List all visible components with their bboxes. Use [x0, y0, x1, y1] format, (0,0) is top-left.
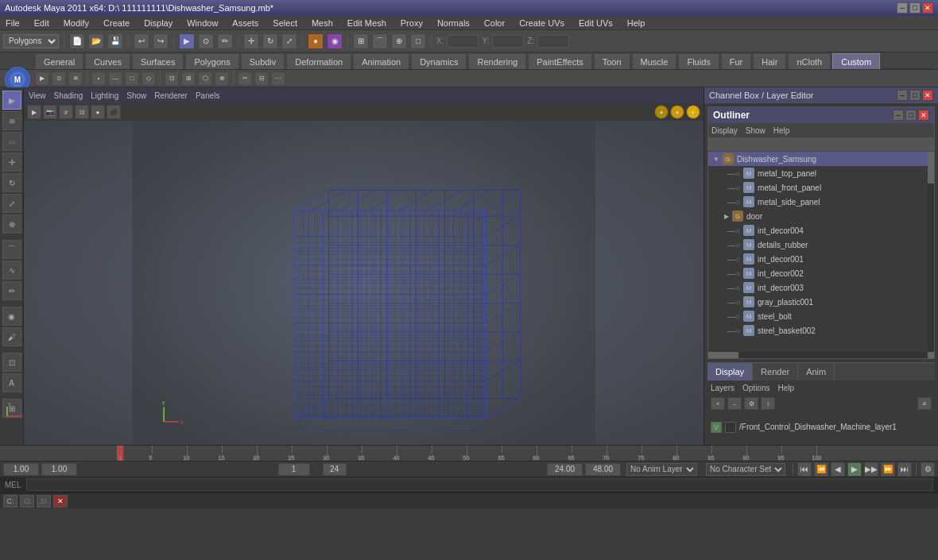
tab-fur[interactable]: Fur — [721, 53, 752, 69]
menu-edit[interactable]: Edit — [32, 18, 52, 28]
move-btn[interactable]: ✛ — [243, 33, 259, 49]
forward-btn[interactable]: ▶▶ — [864, 462, 878, 477]
vp-menu-view[interactable]: View — [29, 91, 46, 100]
vp-menu-show[interactable]: Show — [126, 91, 146, 100]
outliner-item-int-decor004[interactable]: —○ M int_decor004 — [708, 223, 934, 238]
undo-btn[interactable]: ↩ — [134, 33, 149, 49]
outliner-show-menu[interactable]: Show — [746, 126, 766, 135]
lasso-tool-btn[interactable]: ≋ — [68, 71, 83, 86]
tab-curves[interactable]: Curves — [85, 53, 130, 69]
tab-subdiv[interactable]: Subdiv — [241, 53, 285, 69]
tab-fluids[interactable]: Fluids — [678, 53, 719, 69]
split-poly-btn[interactable]: ✂ — [238, 71, 252, 86]
menu-create-uvs[interactable]: Create UVs — [517, 18, 567, 28]
cb-minimize[interactable]: – — [897, 90, 908, 101]
anim-settings-btn[interactable]: ⚙ — [921, 462, 935, 477]
maximize-button[interactable]: □ — [909, 2, 921, 14]
step-forward-btn[interactable]: ⏩ — [881, 462, 895, 477]
vp-light2[interactable]: ● — [670, 105, 684, 119]
insert-edge-btn[interactable]: ⊟ — [254, 71, 269, 86]
select-tool[interactable]: ▶ — [2, 91, 21, 110]
layer-attr-btn[interactable]: ⚙ — [744, 397, 758, 410]
vertex-mode-btn[interactable]: • — [91, 71, 106, 86]
hscroll-thumb[interactable] — [715, 352, 738, 358]
tab-polygons[interactable]: Polygons — [185, 53, 238, 69]
layer-tab-display[interactable]: Display — [707, 363, 753, 380]
menu-window[interactable]: Window — [184, 18, 220, 28]
menu-create[interactable]: Create — [101, 18, 132, 28]
measure-tool[interactable]: ⊡ — [2, 353, 21, 372]
y-input[interactable] — [492, 35, 524, 48]
tab-muscle[interactable]: Muscle — [632, 53, 677, 69]
char-set-select[interactable]: No Character Set — [706, 463, 785, 476]
curve-tool[interactable]: ⌒ — [2, 240, 21, 259]
lasso-tool[interactable]: ⌓ — [2, 132, 21, 151]
tab-deformation[interactable]: Deformation — [286, 53, 351, 69]
ipr-btn[interactable]: ◉ — [327, 33, 343, 49]
vp-wire-btn[interactable]: ⊡ — [75, 105, 89, 119]
snap-curve-btn[interactable]: ⌒ — [372, 33, 388, 49]
layer-subtab-options[interactable]: Options — [742, 384, 769, 392]
outliner-item-int-decor003[interactable]: —○ M int_decor003 — [708, 280, 934, 295]
x-input[interactable] — [447, 35, 479, 48]
new-scene-btn[interactable]: 📄 — [69, 33, 85, 49]
outliner-item-dishwasher[interactable]: ▼ G Dishwasher_Samsung — [708, 152, 934, 166]
outliner-close[interactable]: ✕ — [918, 110, 929, 121]
extrude-btn[interactable]: ⊡ — [165, 71, 179, 86]
dock-maximize-btn[interactable]: □ — [37, 495, 51, 508]
menu-modify[interactable]: Modify — [61, 18, 91, 28]
anim-layer-select[interactable]: No Anim Layer — [626, 463, 697, 476]
back-btn[interactable]: ◀ — [831, 462, 845, 477]
vp-light3[interactable]: ● — [686, 105, 700, 119]
outliner-item-metal-side[interactable]: —○ M metal_side_panel — [708, 195, 934, 209]
rotate-tool[interactable]: ↻ — [2, 173, 21, 192]
tab-ncloth[interactable]: nCloth — [788, 53, 831, 69]
paint-btn[interactable]: ✏ — [217, 33, 233, 49]
vp-camera-btn[interactable]: 📷 — [43, 105, 57, 119]
step-back-btn[interactable]: ⏪ — [814, 462, 828, 477]
vp-grid-btn[interactable]: # — [59, 105, 73, 119]
snap-surface-btn[interactable]: □ — [410, 33, 426, 49]
z-input[interactable] — [537, 35, 569, 48]
offset-edge-btn[interactable]: ⋯ — [271, 71, 285, 86]
outliner-item-gray-plastic[interactable]: —○ M gray_plastic001 — [708, 295, 934, 309]
outliner-scrollbar[interactable] — [928, 152, 934, 352]
rotate-btn[interactable]: ↻ — [262, 33, 278, 49]
pencil-tool[interactable]: ✏ — [2, 281, 21, 300]
manip-tool[interactable]: ⊕ — [2, 214, 21, 234]
hscroll-right-btn[interactable] — [928, 352, 934, 358]
del-layer-btn[interactable]: – — [727, 397, 742, 410]
outliner-item-int-decor002[interactable]: —○ M int_decor002 — [708, 266, 934, 280]
dock-close-btn[interactable]: ✕ — [53, 495, 68, 508]
paint-tool[interactable]: ≋ — [2, 111, 21, 130]
vp-light1[interactable]: ● — [654, 105, 669, 119]
vp-menu-panels[interactable]: Panels — [196, 91, 220, 100]
edge-mode-btn[interactable]: — — [108, 71, 122, 86]
menu-normals[interactable]: Normals — [435, 18, 472, 28]
range-end1-input[interactable] — [547, 463, 583, 476]
tab-painteffects[interactable]: PaintEffects — [528, 53, 592, 69]
outliner-item-steel-basket[interactable]: —○ M steel_basket002 — [708, 323, 934, 338]
bridge-btn[interactable]: ⊞ — [181, 71, 196, 86]
tab-hair[interactable]: Hair — [753, 53, 786, 69]
vp-select-btn[interactable]: ▶ — [27, 105, 41, 119]
select-tool-btn[interactable]: ▶ — [35, 71, 49, 86]
tab-rendering[interactable]: Rendering — [468, 53, 526, 69]
snap-point-btn[interactable]: ⊕ — [391, 33, 407, 49]
outliner-minimize[interactable]: – — [893, 110, 904, 121]
vp-texture-btn[interactable]: ⬛ — [107, 105, 121, 119]
layer-tab-render[interactable]: Render — [753, 363, 798, 380]
layer-template-toggle[interactable] — [725, 422, 736, 433]
timeline[interactable]: 1 5 10 15 20 25 30 35 40 45 50 55 60 65 … — [0, 445, 938, 461]
menu-help[interactable]: Help — [625, 18, 648, 28]
layer-subtab-help[interactable]: Help — [777, 384, 794, 392]
mode-select[interactable]: Polygons — [3, 34, 59, 48]
sculpt-tool[interactable]: ◉ — [2, 307, 21, 326]
frame-input[interactable] — [278, 463, 310, 476]
tab-animation[interactable]: Animation — [353, 53, 409, 69]
save-btn[interactable]: 💾 — [107, 33, 123, 49]
outliner-hscroll[interactable] — [708, 352, 934, 358]
scale-tool[interactable]: ⤢ — [2, 194, 21, 213]
dock-c-btn[interactable]: C: — [3, 495, 17, 508]
layer-tab-anim[interactable]: Anim — [798, 363, 835, 380]
